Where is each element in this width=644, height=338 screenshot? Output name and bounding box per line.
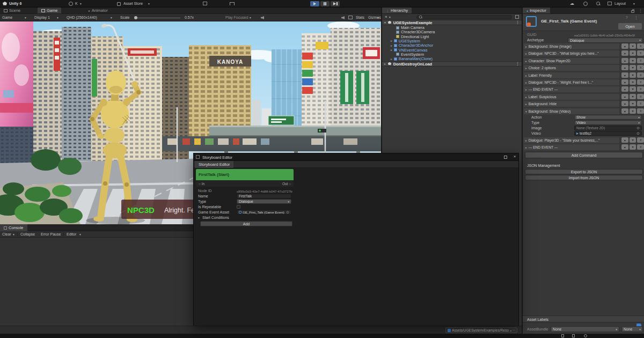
move-up-button[interactable]: ▲ <box>621 108 628 114</box>
move-down-button[interactable]: ▼ <box>630 137 636 143</box>
move-up-button[interactable]: ▲ <box>621 72 628 78</box>
archetype-dropdown[interactable]: Dialogue ▾ <box>568 38 643 43</box>
asset-store-menu[interactable]: Asset Store <box>123 2 143 5</box>
move-up-button[interactable]: ▲ <box>621 50 628 56</box>
delete-button[interactable]: X <box>637 101 644 106</box>
scene-foldout-icon[interactable]: ▾ <box>384 21 386 24</box>
object-picker-icon[interactable]: ⊙ <box>636 126 640 130</box>
scene-picking-icon[interactable] <box>515 15 519 19</box>
repeatable-checkbox[interactable] <box>237 205 240 209</box>
add-condition-button[interactable]: Add <box>200 221 292 226</box>
move-up-button[interactable]: ▲ <box>621 144 628 150</box>
tab-inspector[interactable]: ●Inspector <box>523 8 550 13</box>
foldout-icon[interactable]: ▸ <box>525 139 527 142</box>
move-down-button[interactable]: ▼ <box>630 144 636 150</box>
foldout-icon[interactable]: ▸ <box>525 45 527 48</box>
delete-button[interactable]: X <box>637 108 644 114</box>
event-row[interactable]: ▸Background: Show (Image) <box>524 43 619 49</box>
resolution-dropdown[interactable]: QHD (2560x1440) <box>67 16 97 19</box>
create-object-button[interactable]: + <box>385 14 387 19</box>
delete-button[interactable]: X <box>637 144 644 150</box>
foldout-icon[interactable]: ▸ <box>391 57 392 61</box>
move-up-button[interactable]: ▲ <box>621 65 628 70</box>
move-down-button[interactable]: ▼ <box>630 58 636 63</box>
node-header[interactable]: FirstTalk (Start) <box>196 169 294 180</box>
layout-menu[interactable]: Layout <box>614 2 626 5</box>
hierarchy-item-bananaman-clone[interactable]: ▸BananaMan(Clone) <box>382 56 522 61</box>
foldout-icon[interactable]: ▸ <box>525 74 527 77</box>
add-command-button[interactable]: Add Command <box>525 152 643 158</box>
scene-row-dontdestroyonload[interactable]: ▸ DontDestroyOnLoad ⋮ <box>382 61 522 67</box>
move-down-button[interactable]: ▼ <box>630 101 636 106</box>
delete-button[interactable]: X <box>637 72 644 78</box>
console-clear-button[interactable]: Clear <box>2 232 11 236</box>
game-event-asset-field[interactable]: GE_First_Talk (Game Event) ⊙ <box>237 210 291 215</box>
delete-button[interactable]: X <box>637 50 644 56</box>
console-editor-dropdown[interactable]: Editor <box>67 232 76 236</box>
image-object-field[interactable]: None (Texture 2D)⊙ <box>574 126 642 130</box>
scene-kebab-icon[interactable]: ⋮ <box>516 62 519 66</box>
move-up-button[interactable]: ▲ <box>621 86 628 92</box>
move-up-button[interactable]: ▲ <box>621 101 628 106</box>
console-error-pause-toggle[interactable]: Error Pause <box>41 232 61 236</box>
out-port[interactable]: Out○ <box>282 182 291 186</box>
cloud-icon[interactable]: ☁ <box>570 1 574 6</box>
play-focused-dropdown[interactable]: Play Focused <box>225 16 248 19</box>
play-button[interactable] <box>310 1 319 6</box>
speaker-icon[interactable] <box>341 16 345 19</box>
foldout-icon[interactable]: ▸ <box>525 67 527 70</box>
delete-button[interactable]: X <box>637 137 644 143</box>
move-down-button[interactable]: ▼ <box>630 79 636 85</box>
foldout-icon[interactable]: ▸ <box>525 102 527 106</box>
delete-button[interactable]: X <box>637 43 644 49</box>
object-picker-icon[interactable]: ⊙ <box>286 210 289 215</box>
export-json-button[interactable]: Export to JSON <box>525 169 643 174</box>
event-row[interactable]: ▸Label: Friendly <box>524 72 619 78</box>
move-down-button[interactable]: ▼ <box>630 50 636 56</box>
stats-toggle[interactable]: Stats <box>356 16 364 19</box>
step-button[interactable] <box>331 1 340 6</box>
maximize-icon[interactable] <box>504 156 507 159</box>
flow-graph-icon[interactable] <box>230 2 235 5</box>
type-dropdown[interactable]: Dialogue▾ <box>237 199 291 204</box>
vsync-grid-icon[interactable] <box>348 16 353 19</box>
account-menu[interactable]: K <box>75 2 78 5</box>
delete-button[interactable]: X <box>637 94 644 99</box>
move-up-button[interactable]: ▲ <box>621 58 628 63</box>
help-icon[interactable]: ? <box>626 16 628 19</box>
gizmos-dropdown[interactable]: Gizmos <box>368 16 381 19</box>
lock-icon[interactable] <box>631 10 634 13</box>
move-down-button[interactable]: ▼ <box>630 72 636 78</box>
event-row[interactable]: ▸Dialogue: NPC3D - "What brings you here… <box>524 50 619 56</box>
foldout-icon[interactable]: ▸ <box>525 52 527 55</box>
import-json-button[interactable]: Import from JSON <box>525 175 643 180</box>
scene-foldout-icon[interactable]: ▸ <box>384 62 386 65</box>
foldout-icon[interactable]: ▸ <box>525 146 527 149</box>
move-up-button[interactable]: ▲ <box>621 94 628 99</box>
game-view-dropdown[interactable]: Game <box>2 16 12 19</box>
save-status-icon[interactable] <box>561 334 564 337</box>
tab-console[interactable]: Console <box>0 224 27 231</box>
move-up-button[interactable]: ▲ <box>621 79 628 85</box>
video-object-field[interactable]: testBg2⊙ <box>574 131 642 136</box>
hierarchy-search-input[interactable] <box>416 15 512 20</box>
foldout-icon[interactable]: ▸ <box>525 95 527 99</box>
foldout-icon[interactable]: ▸ <box>525 88 527 91</box>
foldout-icon[interactable]: ▾ <box>525 110 527 113</box>
scale-slider-track[interactable] <box>135 18 180 18</box>
services-globe-icon[interactable] <box>583 2 588 6</box>
close-icon[interactable]: × <box>513 154 517 159</box>
move-down-button[interactable]: ▼ <box>630 94 636 99</box>
event-row[interactable]: ▸Choice: 2 options <box>524 65 619 71</box>
tab-hierarchy[interactable]: ⋮Hierarchy <box>382 8 412 13</box>
scale-slider-knob[interactable] <box>134 16 137 19</box>
in-port[interactable]: ○In <box>199 182 204 186</box>
event-row[interactable]: ▸--- END EVENT --- <box>524 144 619 150</box>
file-status-icon[interactable] <box>572 334 575 337</box>
background-tasks-icon[interactable] <box>584 334 587 337</box>
move-down-button[interactable]: ▼ <box>630 43 636 49</box>
console-collapse-toggle[interactable]: Collapse <box>20 232 35 236</box>
delete-button[interactable]: X <box>637 79 644 85</box>
event-row[interactable]: ▸Dialogue: Player3D - "State your busine… <box>524 137 619 143</box>
scene-row-ugesystemexample[interactable]: ▾ UGESystemExample ⋮ <box>382 20 522 25</box>
